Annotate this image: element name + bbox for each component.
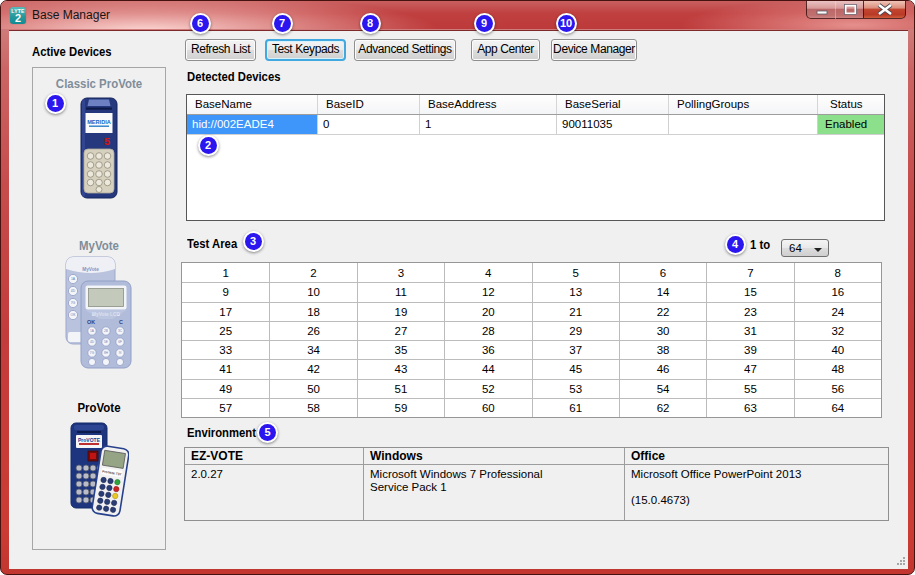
svg-text:5E: 5E [104,340,108,344]
svg-text:OK: OK [87,319,95,325]
svg-text:4D: 4D [71,289,76,293]
svg-text:2B: 2B [104,329,108,333]
svg-text:8H: 8H [104,351,109,355]
svg-text:C: C [119,319,123,325]
svg-text:ProVOTE: ProVOTE [78,437,101,443]
svg-text:7G: 7G [71,301,76,305]
svg-text:5: 5 [104,136,111,148]
svg-text:4D: 4D [90,340,95,344]
svg-text:MyVote: MyVote [82,267,99,272]
svg-text:OK: OK [71,313,77,317]
svg-text:7G: 7G [90,351,95,355]
svg-text:3C: 3C [118,329,123,333]
svg-text:9I: 9I [119,351,122,355]
svg-text:MERIDIA: MERIDIA [87,119,111,125]
svg-text:1A: 1A [71,277,76,281]
svg-text:6F: 6F [118,340,122,344]
